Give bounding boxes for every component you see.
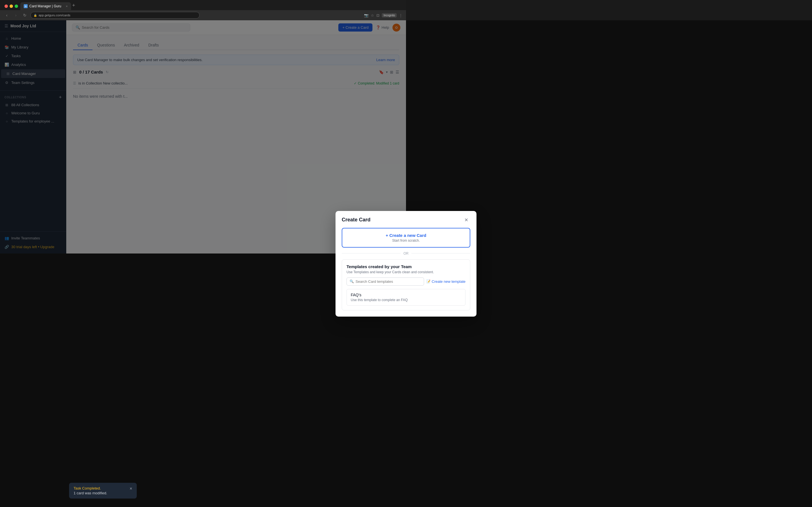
or-text: OR [403, 251, 406, 254]
traffic-light-green[interactable] [15, 4, 18, 8]
window-icon[interactable]: ⊡ [376, 13, 379, 17]
traffic-lights [2, 4, 20, 10]
modal-overlay[interactable]: Create Card × + Create a new Card Start … [0, 20, 406, 253]
url-text: app.getguru.com/cards [39, 13, 70, 17]
modal-title: Create Card [342, 217, 370, 223]
tab-title: Card Manager | Guru [29, 4, 64, 8]
back-button[interactable]: ‹ [3, 12, 10, 18]
create-card-modal: Create Card × + Create a new Card Start … [336, 211, 406, 254]
create-new-card-button[interactable]: + Create a new Card Start from scratch. [342, 228, 406, 247]
or-divider: OR [342, 251, 406, 254]
modal-header: Create Card × [336, 211, 406, 228]
traffic-light-red[interactable] [4, 4, 8, 8]
refresh-button[interactable]: ↻ [21, 12, 28, 18]
create-new-label: + Create a new Card [386, 233, 406, 238]
forward-button[interactable]: › [12, 12, 19, 18]
camera-off-icon: 📷 [364, 13, 368, 17]
new-tab-button[interactable]: + [71, 3, 77, 10]
browser-toolbar: ‹ › ↻ 🔒 app.getguru.com/cards 📷 ☆ ⊡ Inco… [0, 10, 406, 20]
tab-bar: G Card Manager | Guru × + [0, 0, 406, 10]
tab-favicon: G [24, 4, 28, 8]
browser-chrome: G Card Manager | Guru × + ‹ › ↻ 🔒 app.ge… [0, 0, 406, 20]
modal-body: + Create a new Card Start from scratch. … [336, 228, 406, 254]
or-line-left [342, 253, 401, 253]
menu-icon[interactable]: ⋮ [399, 13, 403, 17]
bookmark-icon[interactable]: ☆ [371, 13, 374, 17]
toolbar-right: 📷 ☆ ⊡ Incognito ⋮ [364, 13, 403, 17]
browser-tab-active[interactable]: G Card Manager | Guru × [20, 2, 71, 10]
lock-icon: 🔒 [34, 14, 37, 17]
traffic-light-yellow[interactable] [10, 4, 13, 8]
tab-close-icon[interactable]: × [66, 4, 68, 8]
incognito-badge: Incognito [382, 13, 397, 17]
address-bar[interactable]: 🔒 app.getguru.com/cards [31, 12, 200, 18]
create-new-sub: Start from scratch. [392, 238, 406, 242]
